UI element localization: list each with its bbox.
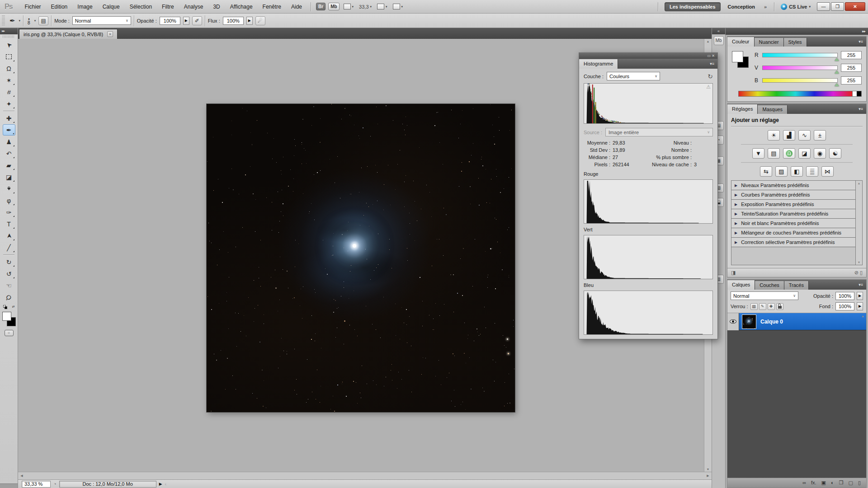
- hue-saturation-adjustment-button[interactable]: ▤: [768, 148, 780, 159]
- curves-adjustment-button[interactable]: ∿: [798, 130, 811, 141]
- quick-mask-button[interactable]: ○: [5, 330, 14, 336]
- rectangular-marquee-tool[interactable]: [3, 51, 15, 62]
- cs-live-button[interactable]: ✳ CS Live ▾: [781, 4, 811, 10]
- launch-bridge-button[interactable]: Br: [316, 3, 326, 10]
- collapse-dock-button[interactable]: ▸▸: [726, 28, 868, 35]
- presets-scrollbar[interactable]: ▲▼: [855, 181, 862, 265]
- black-white-adjustment-button[interactable]: ◪: [798, 148, 811, 159]
- panel-menu-icon[interactable]: ▾≡: [855, 107, 866, 111]
- tab-reglages[interactable]: Réglages: [727, 104, 758, 114]
- posterize-adjustment-button[interactable]: ▨: [775, 166, 788, 177]
- photo-filter-adjustment-button[interactable]: ◉: [814, 148, 826, 159]
- horizontal-scrollbar[interactable]: ◀ ▶: [18, 472, 712, 479]
- tab-masques[interactable]: Masques: [758, 105, 788, 114]
- expand-dock-button[interactable]: «: [712, 28, 725, 34]
- layer-fill-slider-button[interactable]: ▶: [857, 302, 863, 310]
- threshold-adjustment-button[interactable]: ◧: [791, 166, 803, 177]
- panel-menu-icon[interactable]: ▾≡: [855, 39, 866, 44]
- lock-all-toggle[interactable]: [776, 303, 783, 310]
- restore-button[interactable]: ❐: [831, 2, 844, 11]
- minimize-button[interactable]: —: [817, 2, 830, 11]
- preset-teinte-saturation[interactable]: ▶Teinte/Saturation Paramètres prédéfinis: [731, 209, 855, 219]
- menu-analyse[interactable]: Analyse: [179, 0, 208, 13]
- color-spectrum-ramp[interactable]: [738, 91, 862, 97]
- expand-arrow-icon[interactable]: ▶: [735, 202, 737, 206]
- menu-selection[interactable]: Sélection: [125, 0, 157, 13]
- workspace-essentials-button[interactable]: Les indispensables: [665, 2, 720, 11]
- dodge-tool[interactable]: φ: [3, 195, 15, 206]
- layer-blend-mode-select[interactable]: Normal ∨: [731, 291, 798, 300]
- horizontal-type-tool[interactable]: T: [3, 218, 15, 230]
- tool-preset-arrow-icon[interactable]: ▾: [19, 19, 21, 23]
- spectrum-gradient[interactable]: [739, 91, 852, 96]
- line-tool[interactable]: ╱: [3, 242, 15, 253]
- channel-mixer-adjustment-button[interactable]: ☯: [829, 148, 841, 159]
- opacity-slider-button[interactable]: ▶: [183, 17, 189, 25]
- pressure-opacity-icon[interactable]: ✐: [192, 16, 202, 25]
- new-adjustment-layer-button[interactable]: ◐: [831, 480, 834, 485]
- blue-value-input[interactable]: 255: [841, 76, 862, 84]
- tab-histogramme[interactable]: Histogramme: [579, 59, 618, 69]
- toolbar-grip[interactable]: [3, 35, 15, 38]
- eyedropper-tool[interactable]: ✦: [3, 98, 15, 109]
- flow-input[interactable]: 100%: [223, 17, 244, 25]
- refresh-histogram-icon[interactable]: ↻: [708, 73, 713, 80]
- blur-tool[interactable]: ♠: [3, 183, 15, 194]
- eraser-tool[interactable]: ▰: [3, 160, 15, 171]
- green-slider-thumb[interactable]: [835, 70, 839, 74]
- black-ramp-cell[interactable]: [857, 91, 861, 96]
- expand-arrow-icon[interactable]: ▶: [735, 212, 737, 216]
- menu-filtre[interactable]: Filtre: [157, 0, 179, 13]
- new-group-button[interactable]: ❒: [839, 480, 844, 485]
- preset-exposition[interactable]: ▶Exposition Paramètres prédéfinis: [731, 200, 855, 209]
- layer-row-calque-0[interactable]: Calque 0: [727, 313, 866, 330]
- tab-couleur[interactable]: Couleur: [727, 37, 755, 47]
- vibrance-adjustment-button[interactable]: ▼: [752, 148, 764, 159]
- tab-traces[interactable]: Tracés: [784, 281, 809, 290]
- zoom-level-dropdown[interactable]: 33,3 ▾: [359, 4, 372, 9]
- hand-tool[interactable]: ☜: [3, 280, 15, 291]
- color-balance-adjustment-button[interactable]: ♎: [783, 148, 795, 159]
- blue-slider[interactable]: [762, 78, 838, 83]
- menu-edition[interactable]: Edition: [46, 0, 73, 13]
- scroll-up-icon[interactable]: ▲: [704, 40, 712, 43]
- options-bar-grip[interactable]: [2, 15, 5, 26]
- red-slider-thumb[interactable]: [835, 58, 839, 61]
- toolbar-collapse-bar[interactable]: ▸▸: [0, 28, 18, 34]
- swatch-reset-widget[interactable]: ⇄: [3, 305, 15, 309]
- menu-image[interactable]: Image: [72, 0, 97, 13]
- default-swatches-icon[interactable]: [3, 305, 7, 309]
- zoom-tool[interactable]: Ǫ: [3, 291, 15, 303]
- expand-arrow-icon[interactable]: ▶: [735, 231, 737, 235]
- layers-list[interactable]: Calque 0 ▲: [727, 313, 866, 478]
- arrange-documents-dropdown[interactable]: ▾: [377, 4, 387, 9]
- scroll-right-icon[interactable]: ▶: [704, 474, 712, 478]
- menu-fichier[interactable]: Fichier: [20, 0, 46, 13]
- crop-tool[interactable]: #: [3, 86, 15, 98]
- swap-swatches-icon[interactable]: ⇄: [12, 305, 15, 309]
- expand-arrow-icon[interactable]: ▶: [735, 221, 737, 225]
- launch-mini-bridge-button[interactable]: Mb: [328, 3, 339, 10]
- channel-select[interactable]: Couleurs ∨: [607, 72, 660, 80]
- red-slider[interactable]: [762, 53, 838, 57]
- menu-affichage[interactable]: Affichage: [225, 0, 258, 13]
- 3d-rotate-camera-tool[interactable]: ↺: [3, 268, 15, 279]
- menu-3d[interactable]: 3D: [208, 0, 225, 13]
- screen-mode-dropdown[interactable]: ▾: [393, 4, 403, 9]
- preset-melangeur[interactable]: ▶Mélangeur de couches Paramètres prédéfi…: [731, 228, 855, 238]
- brush-tool[interactable]: ✒: [3, 124, 15, 136]
- workspace-design-button[interactable]: Conception: [723, 3, 760, 11]
- brush-picker-arrow-icon[interactable]: ▾: [34, 19, 36, 23]
- lock-pixels-toggle[interactable]: ✎: [759, 303, 766, 310]
- path-selection-tool[interactable]: ➤: [3, 230, 15, 241]
- airbrush-toggle-icon[interactable]: ☄: [255, 16, 265, 25]
- layer-thumbnail[interactable]: [742, 314, 756, 329]
- blue-slider-thumb[interactable]: [835, 83, 839, 86]
- layer-style-button[interactable]: fx.: [811, 480, 816, 485]
- exposure-adjustment-button[interactable]: ±: [814, 130, 826, 141]
- green-value-input[interactable]: 255: [841, 64, 862, 72]
- brightness-contrast-adjustment-button[interactable]: ☀: [768, 130, 780, 141]
- expand-arrow-icon[interactable]: ▶: [735, 193, 737, 197]
- status-options-arrow[interactable]: ▶: [159, 482, 162, 486]
- opacity-input[interactable]: 100%: [160, 17, 180, 25]
